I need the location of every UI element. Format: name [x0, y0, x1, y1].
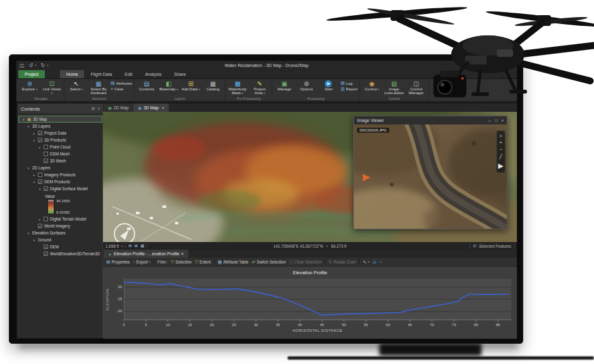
- pan-mode-button[interactable]: ∷: [380, 260, 382, 265]
- undo-button[interactable]: ↺: [29, 63, 33, 68]
- close-icon[interactable]: ×: [162, 106, 164, 110]
- expander-icon[interactable]: ▾: [32, 138, 36, 142]
- ribbon-button-link-views[interactable]: ⊡Link Views ▾: [42, 80, 62, 95]
- tree-item-imagery-products[interactable]: ▸Imagery Products: [18, 171, 102, 178]
- expander-icon[interactable]: ▾: [21, 118, 25, 121]
- contents-panel-header[interactable]: Contents ⊟ ×: [18, 104, 102, 113]
- tree-item-digital-surface-model[interactable]: ▾✓Digital Surface Model: [18, 185, 102, 192]
- tree-item-3d-map[interactable]: ▾▦3D Map: [18, 116, 102, 123]
- layer-checkbox[interactable]: [38, 173, 42, 177]
- compass[interactable]: [114, 223, 135, 242]
- measure-icon[interactable]: ╱: [499, 154, 502, 159]
- ribbon-tab-share[interactable]: Share: [167, 70, 192, 78]
- tree-item-point-cloud[interactable]: ▸Point Cloud: [18, 143, 102, 150]
- tree-item-dem[interactable]: ✓DEM: [18, 243, 102, 250]
- toolbar-button-selection[interactable]: ▽Selection: [171, 260, 191, 265]
- tree-item-2d-layers[interactable]: ▾2D Layers: [18, 164, 102, 171]
- ribbon-tab-edit[interactable]: Edit: [118, 70, 138, 78]
- tab-elevation-profile[interactable]: ▲ Elevation Profile - ...evation Profile…: [104, 250, 188, 258]
- expander-icon[interactable]: ▾: [32, 238, 36, 242]
- ribbon-button-contents[interactable]: ▤Contents: [136, 80, 157, 91]
- select-mode-button[interactable]: ↖▾: [363, 260, 369, 265]
- expander-icon[interactable]: ▾: [38, 187, 42, 191]
- map-scale-value[interactable]: 1,698 ft: [106, 244, 119, 248]
- layer-checkbox[interactable]: ✓: [38, 179, 42, 184]
- layer-checkbox[interactable]: [44, 152, 48, 156]
- toolbar-button-attribute-table[interactable]: ▦Attribute Table: [218, 260, 249, 265]
- zoom-out-icon[interactable]: −: [499, 147, 502, 152]
- image-viewer-photo[interactable]: DSC01916.JPG ⌂+−╱▶: [354, 124, 507, 229]
- panel-close-icon[interactable]: ×: [97, 106, 100, 111]
- ribbon-tab-project[interactable]: Project: [18, 70, 45, 78]
- tree-item-3d-mesh[interactable]: ✓3D Mesh: [18, 157, 102, 164]
- expander-icon[interactable]: ▸: [32, 131, 36, 135]
- tree-item-3d-layers[interactable]: ▾3D Layers: [18, 123, 102, 130]
- ribbon-tab-analysis[interactable]: Analysis: [138, 70, 167, 78]
- expander-icon[interactable]: ▾: [27, 124, 30, 128]
- extent-lock-icon[interactable]: ⊠: [135, 243, 138, 248]
- layer-checkbox[interactable]: ✓: [44, 245, 48, 249]
- coordinates-caret-icon[interactable]: ▾: [326, 245, 327, 248]
- undo-caret-icon[interactable]: ▾: [35, 64, 36, 67]
- ribbon-button-add-data[interactable]: ⊞Add Data ▾: [181, 80, 201, 92]
- snapping-icon[interactable]: ⊞: [128, 243, 131, 248]
- selected-features-icon[interactable]: ⊡: [473, 243, 476, 248]
- ribbon-button-project-area[interactable]: ✎Project Area ▾: [250, 80, 270, 95]
- map-widget-icon[interactable]: ▣: [116, 211, 120, 216]
- map-3d-view[interactable]: ▢ ▣ ▢ Image Viewer ─ □ ×: [103, 112, 517, 242]
- toolbar-button-extent[interactable]: ▽Extent: [195, 260, 210, 265]
- ribbon-button-catalog[interactable]: ▦Catalog: [203, 80, 223, 91]
- home-icon[interactable]: ⌂: [499, 133, 502, 138]
- toolbar-button-switch-selection[interactable]: ⇄Switch Selection: [252, 260, 286, 265]
- map-widget-icon[interactable]: ▢: [108, 211, 112, 216]
- ribbon-button-manage[interactable]: ▣Manage: [274, 80, 294, 91]
- next-image-icon[interactable]: ▶: [498, 162, 503, 170]
- expander-icon[interactable]: ▸: [38, 217, 42, 221]
- close-icon[interactable]: ×: [181, 252, 184, 256]
- tree-item-elevation-surfaces[interactable]: ▾Elevation Surfaces: [18, 229, 102, 236]
- layer-checkbox[interactable]: ✓: [44, 159, 48, 163]
- redo-button[interactable]: ↻: [41, 63, 45, 68]
- zoom-in-icon[interactable]: +: [499, 140, 502, 145]
- ribbon-button-select-by-attributes[interactable]: ▦Select By Attributes: [88, 80, 109, 95]
- layer-checkbox[interactable]: ✓: [38, 131, 42, 135]
- expander-icon[interactable]: ▾: [32, 180, 36, 184]
- layer-checkbox[interactable]: [44, 217, 48, 221]
- layer-checkbox[interactable]: ✓: [44, 252, 48, 256]
- layer-checkbox[interactable]: ✓: [38, 138, 42, 142]
- scale-caret-icon[interactable]: ▾: [121, 245, 123, 248]
- toolbar-button-export[interactable]: ↑Export▾: [133, 260, 150, 264]
- chart-plot[interactable]: [124, 279, 511, 322]
- ribbon-tab-home[interactable]: Home: [60, 70, 85, 78]
- panel-pin-icon[interactable]: ⊟: [92, 106, 95, 111]
- layer-checkbox[interactable]: [44, 145, 48, 149]
- expander-icon[interactable]: ▾: [27, 231, 30, 235]
- ribbon-button-basemap[interactable]: ◧Basemap ▾: [159, 80, 179, 92]
- tree-item-ground[interactable]: ▾Ground: [18, 236, 102, 243]
- ribbon-button-clear[interactable]: ×Clear: [111, 87, 132, 91]
- tree-item-project-data[interactable]: ▸✓Project Data: [18, 130, 102, 136]
- map-widget-icon[interactable]: ▢: [123, 211, 127, 216]
- redo-caret-icon[interactable]: ▾: [47, 64, 48, 67]
- selected-features-label[interactable]: Selected Features: [479, 244, 511, 248]
- map-tab-2d-map[interactable]: ▦2D Map: [104, 104, 133, 112]
- tree-item-3d-products[interactable]: ▾✓3D Products: [18, 136, 102, 143]
- zoom-mode-button[interactable]: ◎: [372, 260, 376, 265]
- coordinates-readout[interactable]: 141.705408°E 43.367722°N: [274, 244, 324, 248]
- ribbon-tab-flight-data[interactable]: Flight Data: [84, 70, 118, 78]
- tree-item-dem-products[interactable]: ▾✓DEM Products: [18, 178, 102, 185]
- toolbar-button-properties[interactable]: ▤Properties: [106, 260, 130, 265]
- tree-item-worldelevation3d-terrain3d[interactable]: ✓WorldElevation3D/Terrain3D: [18, 250, 102, 257]
- layer-checkbox[interactable]: ✓: [44, 186, 48, 191]
- ribbon-button-options[interactable]: ⊛Options: [296, 80, 317, 91]
- ribbon-button-explore[interactable]: ⊕Explore ▾: [20, 80, 40, 92]
- map-tab-3d-map[interactable]: ▣3D Map×: [133, 104, 169, 112]
- elevation-chart[interactable]: Elevation Profile ELEVATION 202530 05101…: [103, 267, 517, 339]
- ribbon-button-attributes[interactable]: ▤Attributes: [111, 81, 132, 86]
- tree-item-world-imagery[interactable]: ✓World Imagery: [18, 222, 102, 229]
- ribbon-button-waterbody-mask[interactable]: ▩Waterbody Mask ▾: [227, 80, 248, 95]
- layer-checkbox[interactable]: ✓: [38, 224, 42, 228]
- expander-icon[interactable]: ▸: [38, 145, 42, 149]
- tree-item-dsm-mesh[interactable]: DSM Mesh: [18, 150, 102, 157]
- tree-item-digital-terrain-model[interactable]: ▸Digital Terrain Model: [18, 215, 102, 222]
